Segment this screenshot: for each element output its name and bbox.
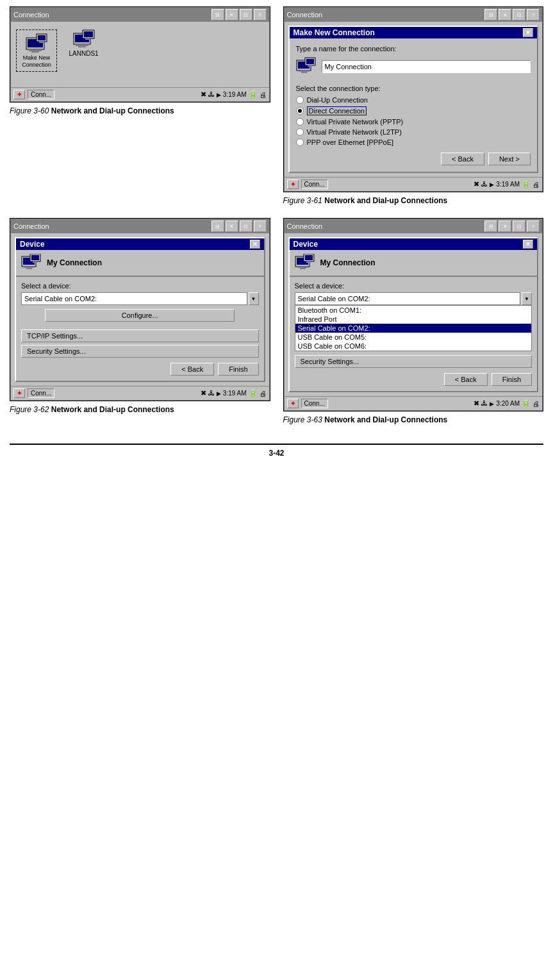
fig63-close-btn[interactable]: ✕: [523, 240, 533, 249]
fig63-security-btn[interactable]: Security Settings...: [295, 355, 532, 368]
fig62-device-select[interactable]: Serial Cable on COM2: ▼: [21, 292, 259, 305]
fig62-finish-btn[interactable]: Finish: [218, 363, 258, 376]
fig60-btn-close-bg[interactable]: ✕: [226, 9, 238, 21]
fig62-tcpip-btn[interactable]: TCP/IP Settings...: [21, 329, 259, 342]
fig60-btn-copy[interactable]: ⊟: [211, 9, 224, 21]
fig63-item-usb6[interactable]: USB Cable on COM6:: [295, 342, 532, 351]
fig63-btn-help[interactable]: ?: [527, 220, 540, 232]
fig61-radio-direct-label: Direct Connection: [307, 106, 367, 115]
page-content: Connection ⊟ ✕ ⊡ ?: [0, 0, 553, 464]
fig60-app-btn[interactable]: Conn...: [28, 90, 54, 99]
fig61-radio-pptp-circle: [296, 118, 304, 126]
fig63-back-btn[interactable]: < Back: [444, 373, 488, 386]
fig63-battery-icon: 🔋: [522, 399, 531, 408]
fig63-start-btn[interactable]: ✦: [287, 399, 299, 408]
fig62-dialog-titlebar: Device ✕: [16, 238, 264, 250]
fig60-make-new-connection[interactable]: Make NewConnection: [16, 29, 57, 72]
fig62-app-btn[interactable]: Conn...: [28, 388, 54, 398]
fig63-network-icon: 🖧: [481, 400, 488, 407]
figure-60-col: Connection ⊟ ✕ ⊡ ?: [10, 6, 270, 205]
make-new-connection-icon: [25, 33, 48, 53]
fig63-select-arrow[interactable]: ▼: [522, 292, 532, 305]
fig60-title: Network and Dial-up Connections: [51, 106, 174, 115]
fig61-btn-paste[interactable]: ⊡: [513, 9, 525, 21]
fig63-item-serial[interactable]: Serial Cable on COM2:: [295, 324, 532, 333]
fig62-btn-close-bg[interactable]: ✕: [226, 220, 238, 232]
fig61-type-label: Select the connection type:: [296, 85, 531, 92]
fig61-radio-dialup[interactable]: Dial-Up Connection: [296, 96, 531, 104]
fig60-lannds1[interactable]: LANNDS1: [65, 29, 103, 57]
fig61-radio-direct[interactable]: Direct Connection: [296, 106, 531, 115]
fig61-connection-icon-svg: [296, 56, 317, 77]
fig63-select-value: Serial Cable on COM2:: [295, 292, 521, 305]
fig62-back-btn[interactable]: < Back: [170, 363, 214, 376]
fig63-device-body: Select a device: Serial Cable on COM2: ▼…: [290, 277, 538, 391]
fig63-btn-paste[interactable]: ⊡: [513, 220, 525, 232]
fig61-radio-pptp-label: Virtual Private Network (PPTP): [307, 118, 404, 126]
fig62-network-icon: 🖧: [208, 390, 215, 397]
fig61-start-btn[interactable]: ✦: [287, 179, 299, 189]
fig62-security-btn[interactable]: Security Settings...: [21, 345, 259, 358]
fig60-start-btn[interactable]: ✦: [13, 90, 25, 99]
svg-rect-27: [33, 262, 37, 263]
lannds1-icon: [72, 29, 95, 49]
fig63-btn-close-bg[interactable]: ✕: [499, 220, 511, 232]
fig61-radio-pppoe-circle: [296, 138, 304, 146]
fig61-battery-icon: 🔋: [522, 180, 531, 188]
fig62-caption: Figure 3-62 Network and Dial-up Connecti…: [10, 405, 270, 414]
fig60-make-new-label: Make NewConnection: [19, 54, 54, 69]
fig60-time: 3:19 AM: [223, 91, 247, 98]
fig63-select-label: Select a device:: [295, 282, 532, 290]
svg-rect-24: [26, 268, 32, 269]
fig60-btn-help[interactable]: ?: [254, 9, 267, 21]
fig61-time: 3:19 AM: [496, 181, 520, 188]
fig61-name-row: [296, 56, 531, 77]
fig62-time: 3:19 AM: [223, 390, 247, 397]
fig61-radio-pppoe[interactable]: PPP over Ethernet [PPPoE]: [296, 138, 531, 146]
fig62-btn-help[interactable]: ?: [254, 220, 267, 232]
fig62-battery-icon: 🔋: [249, 389, 258, 397]
svg-rect-12: [84, 31, 93, 37]
svg-rect-6: [39, 42, 44, 43]
fig62-btn-copy[interactable]: ⊟: [211, 220, 224, 232]
fig61-btn-help[interactable]: ?: [527, 9, 540, 21]
fig61-name-label: Type a name for the connection:: [296, 45, 531, 53]
fig61-app-btn[interactable]: Conn...: [301, 179, 328, 189]
fig62-btn-paste[interactable]: ⊡: [240, 220, 252, 232]
fig61-close-btn[interactable]: ✕: [523, 28, 533, 37]
fig63-dropdown-list[interactable]: Bluetooth on COM1: Infrared Port Serial …: [295, 305, 532, 351]
fig61-next-btn[interactable]: Next >: [488, 153, 531, 165]
fig63-time: 3:20 AM: [496, 400, 520, 407]
fig63-finish-btn[interactable]: Finish: [491, 373, 532, 386]
figure-60-screen: Connection ⊟ ✕ ⊡ ?: [10, 6, 270, 103]
fig61-radio-pptp[interactable]: Virtual Private Network (PPTP): [296, 118, 531, 126]
fig62-start-btn[interactable]: ✦: [13, 388, 25, 398]
fig61-radio-dialup-label: Dial-Up Connection: [307, 96, 368, 104]
fig62-select-arrow[interactable]: ▼: [249, 292, 259, 305]
fig63-item-bluetooth[interactable]: Bluetooth on COM1:: [295, 306, 532, 315]
fig62-configure-btn[interactable]: Configure...: [45, 309, 235, 322]
figure-61-col: Connection ⊟ ✕ ⊡ ? Make New Connection ✕: [283, 6, 544, 205]
svg-rect-34: [306, 262, 311, 263]
fig63-item-infrared[interactable]: Infrared Port: [295, 315, 532, 324]
fig63-device-icon: [295, 254, 315, 272]
fig63-taskbar-icons: ✖ 🖧 ▶ 3:20 AM 🔋 🖨: [474, 399, 540, 408]
fig62-bottom-buttons: < Back Finish: [21, 363, 259, 376]
fig61-dialog-title-text: Make New Connection: [293, 28, 375, 37]
fig61-radio-pppoe-label: PPP over Ethernet [PPPoE]: [307, 138, 394, 146]
fig61-radio-direct-circle: [296, 107, 304, 115]
fig62-disconnect-icon: ✖: [201, 389, 206, 397]
fig63-dialog-titlebar: Device ✕: [290, 238, 538, 250]
fig63-item-usb5[interactable]: USB Cable on COM5:: [295, 333, 532, 342]
fig61-btn-copy[interactable]: ⊟: [484, 9, 497, 21]
fig60-btn-paste[interactable]: ⊡: [240, 9, 252, 21]
fig63-app-btn[interactable]: Conn...: [301, 399, 328, 408]
fig61-back-btn[interactable]: < Back: [441, 153, 484, 165]
fig63-conn-name: My Connection: [320, 258, 376, 267]
fig61-radio-l2tp[interactable]: Virtual Private Network (L2TP): [296, 128, 531, 136]
fig63-btn-copy[interactable]: ⊟: [484, 220, 497, 232]
fig62-taskbar: ✦ Conn... ✖ 🖧 ▶ 3:19 AM 🔋 🖨: [11, 386, 269, 400]
fig61-conn-name-input[interactable]: [322, 60, 531, 73]
fig62-close-btn[interactable]: ✕: [250, 240, 260, 249]
fig61-btn-close-bg[interactable]: ✕: [499, 9, 511, 21]
